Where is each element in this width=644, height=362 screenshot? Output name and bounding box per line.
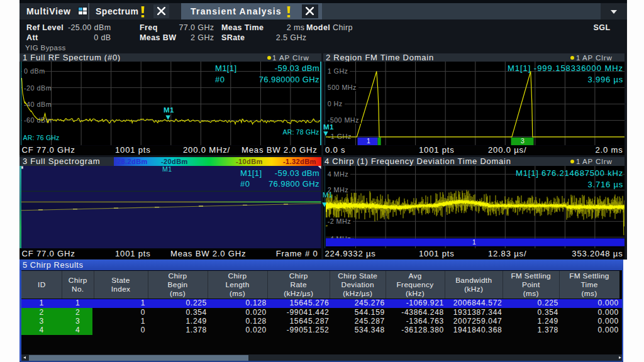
svg-text:-40 dBm: -40 dBm xyxy=(24,100,52,107)
svg-text:-20 dBm: -20 dBm xyxy=(24,84,52,91)
svg-text:0 dBm: 0 dBm xyxy=(24,67,45,75)
